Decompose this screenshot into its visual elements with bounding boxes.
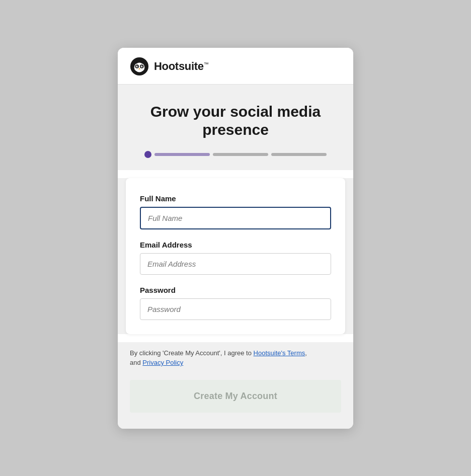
header: Hootsuite™ (118, 48, 353, 85)
password-label: Password (140, 286, 331, 294)
password-input[interactable] (140, 298, 331, 320)
progress-dot (144, 151, 151, 158)
progress-segment-3 (271, 153, 327, 156)
cta-section: Create My Account (118, 376, 353, 429)
form-card: Full Name Email Address Password (126, 178, 345, 334)
terms-section: By clicking 'Create My Account', I agree… (118, 342, 353, 376)
hero-section: Grow your social media presence (118, 85, 353, 170)
email-address-label: Email Address (140, 241, 331, 249)
email-address-group: Email Address (140, 241, 331, 275)
privacy-policy-link[interactable]: Privacy Policy (142, 359, 183, 366)
terms-text: By clicking 'Create My Account', I agree… (130, 348, 341, 368)
full-name-input[interactable] (140, 207, 331, 229)
terms-link[interactable]: Hootsuite's Terms (254, 349, 305, 357)
progress-segment-1 (154, 153, 210, 156)
full-name-group: Full Name (140, 194, 331, 229)
svg-point-9 (141, 65, 142, 66)
email-address-input[interactable] (140, 253, 331, 275)
svg-point-8 (137, 65, 138, 66)
progress-segment-2 (213, 153, 268, 156)
create-account-button[interactable]: Create My Account (130, 380, 341, 413)
phone-frame: Hootsuite™ Grow your social media presen… (118, 48, 353, 429)
logo-text: Hootsuite™ (154, 60, 208, 73)
hootsuite-owl-icon (130, 57, 149, 76)
progress-bar (130, 151, 341, 158)
hero-title: Grow your social media presence (130, 103, 341, 139)
password-group: Password (140, 286, 331, 320)
full-name-label: Full Name (140, 194, 331, 203)
